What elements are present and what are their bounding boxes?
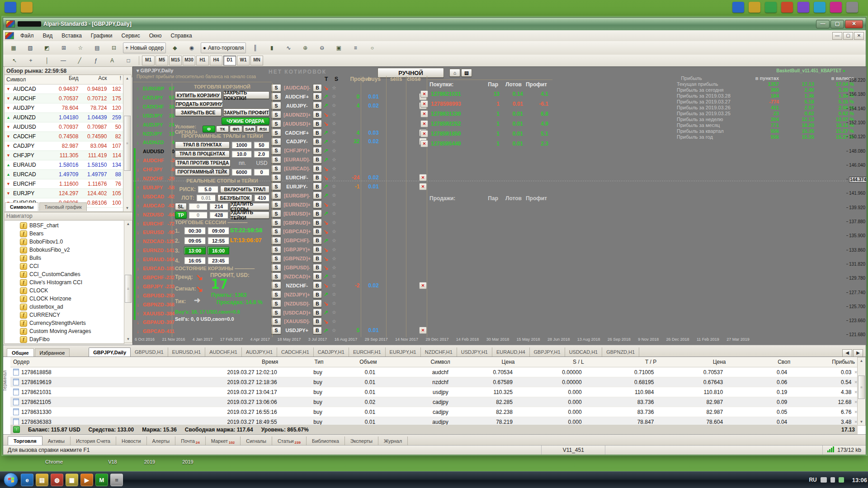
timeframe-W1[interactable]: W1 <box>237 56 250 66</box>
sell-button[interactable]: S <box>271 156 281 164</box>
network-tray-icon[interactable] <box>839 477 844 483</box>
order-row[interactable]: 12786313302019.03.27 16:55:16buy0.01cadj… <box>10 407 858 417</box>
market-watch-row[interactable]: ▲EURAUD1.580161.58150134 <box>5 160 123 170</box>
chart-tab[interactable]: CADJPY,H1 <box>314 347 349 357</box>
terminal-tab-Активы[interactable]: Активы <box>42 436 71 446</box>
session-to-input[interactable]: 16:00 <box>208 247 229 254</box>
navigator-item[interactable]: ƒDayFibo <box>5 335 124 343</box>
sl-button[interactable]: SL <box>175 203 187 210</box>
terminal-tab-Новости[interactable]: Новости <box>116 436 147 446</box>
col-symbol[interactable]: Символ <box>5 75 46 84</box>
breakeven-input[interactable]: 410 <box>254 194 269 202</box>
navigator-item[interactable]: ƒBobokusFibo_v2 <box>5 246 124 254</box>
line-chart-button[interactable]: ∿ <box>281 42 296 53</box>
condition-rsi-button[interactable]: RSI <box>257 126 269 132</box>
close-ticket-button[interactable]: ✕ <box>420 120 428 127</box>
media-player-taskbar-icon[interactable]: ▶ <box>80 474 93 486</box>
orders-col-0[interactable]: Ордер <box>10 359 132 365</box>
sell-button[interactable]: S <box>271 246 281 253</box>
sell-button[interactable]: S <box>271 264 281 272</box>
navigator-scrollbar[interactable]: ▲ ≡ ▼ <box>124 220 132 343</box>
buy-button[interactable]: B <box>313 84 322 92</box>
trail-step-input[interactable]: 0 <box>254 169 269 176</box>
zoom-out-button[interactable]: ⊖ <box>314 42 330 53</box>
order-row[interactable]: 12786211052019.03.27 13:06:06buy0.02cadj… <box>10 397 858 407</box>
buy-button[interactable]: B <box>313 165 322 173</box>
close-all-button[interactable]: ЗАКРЫТЬ ВСЕ <box>175 108 222 116</box>
session-from-input[interactable]: 00:30 <box>184 227 206 235</box>
timeframe-M30[interactable]: M30 <box>183 56 195 66</box>
navigator-item[interactable]: ƒClive's Histogram CCI <box>5 278 124 286</box>
tabs-scroll-left-icon[interactable]: ◀ <box>842 349 852 357</box>
period-button[interactable]: ○ <box>364 42 380 53</box>
tabs-scroll-right-icon[interactable]: ▶ <box>853 349 863 357</box>
chart-tab[interactable]: USDCAD,H1 <box>565 347 603 357</box>
hline-tool-button[interactable]: — <box>56 55 71 66</box>
terminal-tab-Алерты[interactable]: Алерты <box>147 436 176 446</box>
terminal-tab-Почта[interactable]: Почта24 <box>175 436 205 446</box>
condition-фп-button[interactable]: ФП <box>230 126 242 132</box>
alien-orders-button[interactable]: ЧУЖИЕ ОРДЕРА <box>222 117 269 125</box>
buy-button[interactable]: B <box>313 237 322 244</box>
buy-button[interactable]: B <box>313 291 322 298</box>
terminal-tab-Торговля[interactable]: Торговля <box>8 436 42 446</box>
enable-trail-button[interactable]: ВКЛЮЧИТЬ ТРАЛ <box>220 186 269 193</box>
session-from-input[interactable]: 09:05 <box>184 237 206 244</box>
close-ticket-button[interactable]: ✕ <box>420 140 428 147</box>
close-ticket-button[interactable]: ✕ <box>420 100 428 108</box>
sell-button[interactable]: S <box>271 228 281 235</box>
chart-menu-icon[interactable] <box>5 32 14 39</box>
market-watch-row[interactable]: ▲AUDNZD1.041801.04439259 <box>5 113 123 122</box>
market-watch-tab-symbols[interactable]: Символы <box>5 202 38 211</box>
buy-button[interactable]: B <box>313 264 322 272</box>
candle-chart-button[interactable]: ▮ <box>264 42 279 53</box>
sell-button[interactable]: S <box>271 309 281 316</box>
navigator-tab-favorites[interactable]: Избранное <box>35 348 70 357</box>
market-watch-tab-tick-chart[interactable]: Тиковый график <box>39 202 87 211</box>
sell-button[interactable]: S <box>271 129 281 136</box>
orders-col-8[interactable]: Цена <box>659 359 728 365</box>
explorer-taskbar-icon[interactable]: ▦ <box>66 474 78 486</box>
navigator-item[interactable]: ƒCLOCK <box>5 286 124 295</box>
market-watch-row[interactable]: ▼CADJPY82.98783.094107 <box>5 141 123 151</box>
sell-button[interactable]: S <box>271 102 281 109</box>
navigator-item[interactable]: ƒclusterbox_ad <box>5 303 124 311</box>
buy-button[interactable]: B <box>313 102 322 109</box>
sell-button[interactable]: S <box>271 272 281 280</box>
sell-button[interactable]: S <box>271 183 281 190</box>
scrollbar-thumb[interactable]: ≡ <box>124 116 131 171</box>
buy-button[interactable]: B <box>313 183 322 190</box>
navigator-item[interactable]: ƒCURRENCY <box>5 311 124 319</box>
fibo-tool-button[interactable]: ƒ <box>88 55 104 66</box>
profiles-button[interactable]: ▧ <box>23 42 38 53</box>
cursor-tool-button[interactable]: ↖ <box>7 55 22 66</box>
tp-button[interactable]: TP <box>175 211 187 219</box>
navigator-item[interactable]: ƒCCI <box>5 262 124 270</box>
desktop-icon[interactable] <box>797 2 809 13</box>
scroll-up-icon[interactable]: ▲ <box>123 75 131 82</box>
session-from-input[interactable]: 13:00 <box>184 247 206 254</box>
chart-tab[interactable]: USDJPY,H1 <box>457 347 492 357</box>
close-row-button[interactable]: ✕ <box>419 183 427 190</box>
menu-Вид[interactable]: Вид <box>38 31 57 40</box>
menu-Справка[interactable]: Справка <box>166 31 197 40</box>
navigator-item[interactable]: ƒBoboFibov1.0 <box>5 238 124 246</box>
chrome-taskbar-icon[interactable]: ◍ <box>51 474 63 486</box>
chart-tab[interactable]: NZDCHF,H1 <box>421 347 457 357</box>
buy-button[interactable]: B <box>313 93 322 100</box>
buy-button[interactable]: B <box>313 174 322 182</box>
sell-button[interactable]: S <box>271 174 281 182</box>
close-row-button[interactable]: ✕ <box>419 327 427 334</box>
tp-points-input[interactable]: 428 <box>209 211 228 219</box>
col-ask[interactable]: Аск <box>78 75 108 84</box>
orders-col-6[interactable]: S / L <box>517 359 586 365</box>
trail-button[interactable]: ТРАЛ ПРОТИВ ТРЕНДА <box>175 160 231 167</box>
scroll-up-icon[interactable]: ▲ <box>858 357 865 364</box>
mdi-restore-button[interactable]: ▢ <box>843 32 853 40</box>
order-row[interactable]: 12786188582019.03.27 12:02:10buy0.01audc… <box>10 367 858 377</box>
text-tool-button[interactable]: A <box>104 55 120 66</box>
menu-Сервис[interactable]: Сервис <box>117 31 145 40</box>
desktop-icon[interactable] <box>21 2 33 13</box>
order-row[interactable]: 12786196192019.03.27 12:18:36buy0.01nzdc… <box>10 377 858 387</box>
close-ticket-button[interactable]: ✕ <box>420 130 428 137</box>
